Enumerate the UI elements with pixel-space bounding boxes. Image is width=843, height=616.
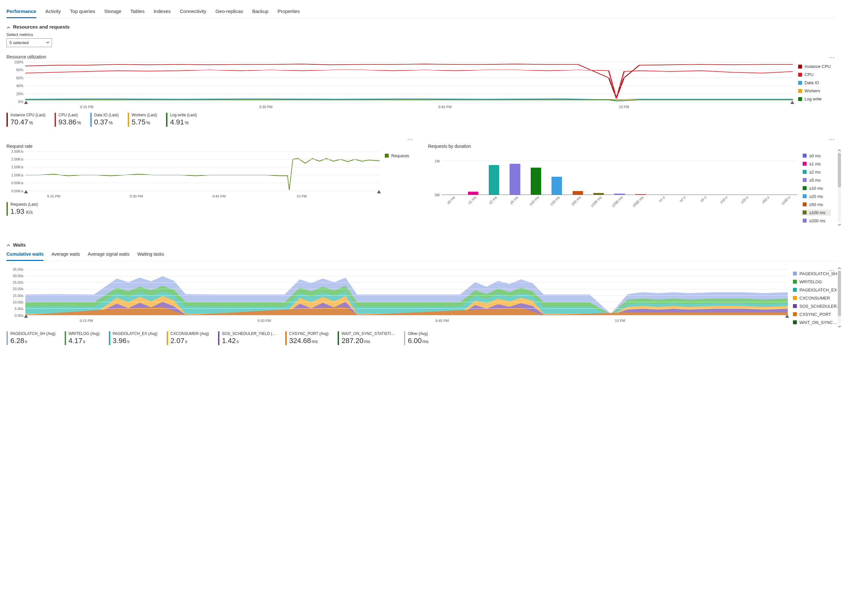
tab-properties[interactable]: Properties <box>278 6 300 18</box>
legend-label: CXSYNC_PORT <box>799 312 831 317</box>
request-rate-legend: Requests <box>380 150 415 198</box>
legend-swatch <box>803 219 806 223</box>
legend-label: Requests <box>391 153 409 158</box>
metric-card-label: Requests (Last) <box>10 202 38 207</box>
legend-item[interactable]: ≥100 ms <box>801 210 831 216</box>
legend-item[interactable]: ≥5 ms <box>801 177 831 183</box>
legend-swatch <box>798 65 802 69</box>
tab-performance[interactable]: Performance <box>6 6 37 18</box>
metrics-selector[interactable]: 5 selected <box>6 38 52 47</box>
metric-color-bar <box>166 113 167 127</box>
legend-item[interactable]: WAIT_ON_SYNC… <box>792 319 831 326</box>
metric-card-unit: s <box>185 339 187 344</box>
legend-item[interactable]: ≥2 ms <box>801 169 831 175</box>
scroll-up-icon[interactable] <box>838 266 841 271</box>
scroll-up-icon[interactable] <box>838 148 841 153</box>
metric-card: PAGEIOLATCH_SH (Avg)6.28s <box>6 331 56 345</box>
legend-swatch <box>798 89 802 93</box>
legend-label: ≥0 ms <box>809 153 821 158</box>
tab-backup[interactable]: Backup <box>252 6 269 18</box>
tab-geo-replicas[interactable]: Geo-replicas <box>216 6 243 18</box>
legend-swatch <box>793 304 797 308</box>
bar[interactable] <box>468 192 478 194</box>
bar[interactable] <box>531 168 541 195</box>
more-menu-button[interactable]: ⋯ <box>406 137 415 142</box>
chevron-up-icon <box>6 25 10 29</box>
more-menu-button[interactable]: ⋯ <box>827 137 837 142</box>
legend-item[interactable]: CXCONSUMER <box>792 295 831 301</box>
bar[interactable] <box>635 194 646 195</box>
requests-by-duration-chart[interactable]: 1M0M ≥0 ms≥1 ms≥2 ms≥5 ms≥10 ms≥20 ms≥50… <box>428 150 797 211</box>
tab-tables[interactable]: Tables <box>130 6 144 18</box>
request-rate-chart[interactable]: 2.50K/s2.00K/s1.50K/s1.00K/s0.50K/s0.00K… <box>6 150 380 198</box>
metric-card: Log write (Last)4.91% <box>166 113 197 127</box>
metric-card-value: 2.07 <box>170 337 185 345</box>
bar[interactable] <box>489 165 499 195</box>
legend-swatch <box>803 178 806 182</box>
legend-scrollbar[interactable] <box>838 271 841 324</box>
legend-item[interactable]: CXSYNC_PORT <box>792 311 831 317</box>
legend-swatch <box>793 320 797 324</box>
metric-card-label: Other (Avg) <box>408 331 429 336</box>
waits-tab-average-signal-waits[interactable]: Average signal waits <box>88 250 129 261</box>
legend-item[interactable]: ≥20 ms <box>801 193 831 199</box>
tab-indexes[interactable]: Indexes <box>154 6 171 18</box>
legend-item[interactable]: CPU <box>797 72 837 78</box>
legend-item[interactable]: Data IO <box>797 79 837 86</box>
waits-tab-average-waits[interactable]: Average waits <box>51 250 80 261</box>
metric-card-label: Log write (Last) <box>170 113 197 117</box>
legend-item[interactable]: ≥1 ms <box>801 161 831 167</box>
legend-item[interactable]: Instance CPU <box>797 63 837 69</box>
more-menu-button[interactable]: ⋯ <box>827 55 837 59</box>
main-tabs: PerformanceActivityTop queriesStorageTab… <box>6 6 837 18</box>
section-toggle-waits[interactable]: Waits <box>6 242 837 248</box>
metric-card-unit: s <box>127 339 129 344</box>
legend-item[interactable]: ≥10 ms <box>801 185 831 191</box>
legend-item[interactable]: SOS_SCHEDULER… <box>792 303 831 309</box>
waits-tab-waiting-tasks[interactable]: Waiting tasks <box>137 250 164 261</box>
metric-card: Instance CPU (Last)70.47% <box>6 113 46 127</box>
bar[interactable] <box>573 191 583 194</box>
legend-label: ≥200 ms <box>809 219 825 223</box>
metric-card-value: 324.68 <box>289 337 311 345</box>
legend-item[interactable]: Log write <box>797 96 837 102</box>
metric-card: CXCONSUMER (Avg)2.07s <box>167 331 209 345</box>
metric-card-label: CXCONSUMER (Avg) <box>170 331 209 336</box>
waits-chart[interactable]: 35.00s30.00s25.00s20.00s15.00s10.00s5.00… <box>6 267 788 323</box>
resource-util-chart[interactable]: 100%80%60%40%20%0% 9:15 PM9:30 PM9 <box>6 60 793 109</box>
section-toggle-resources[interactable]: Resources and requests <box>6 24 837 29</box>
legend-item[interactable]: ≥200 ms <box>801 218 831 224</box>
legend-item[interactable]: WRITELOG <box>792 279 831 285</box>
legend-swatch <box>798 97 802 101</box>
tab-storage[interactable]: Storage <box>104 6 122 18</box>
legend-label: ≥50 ms <box>809 202 823 207</box>
scroll-down-icon[interactable] <box>838 324 841 329</box>
legend-item[interactable]: PAGEIOLATCH_EX <box>792 287 831 293</box>
legend-item[interactable]: ≥0 ms <box>801 153 831 159</box>
scroll-thumb[interactable] <box>838 271 841 316</box>
tab-activity[interactable]: Activity <box>46 6 61 18</box>
bar[interactable] <box>593 193 604 194</box>
metric-card-label: CXSYNC_PORT (Avg) <box>289 331 329 336</box>
metric-card-value: 5.75 <box>132 118 145 126</box>
waits-tab-cumulative-waits[interactable]: Cumulative waits <box>6 250 44 261</box>
legend-item[interactable]: Requests <box>383 153 415 159</box>
bar[interactable] <box>551 177 562 195</box>
legend-item[interactable]: ≥50 ms <box>801 201 831 208</box>
chart-title: Resource utilization <box>6 54 837 59</box>
legend-swatch <box>803 154 806 158</box>
legend-swatch <box>803 186 806 190</box>
tab-connectivity[interactable]: Connectivity <box>180 6 206 18</box>
tab-top-queries[interactable]: Top queries <box>70 6 95 18</box>
scroll-down-icon[interactable] <box>838 223 841 227</box>
bar[interactable] <box>510 164 520 195</box>
legend-scrollbar[interactable] <box>838 153 841 223</box>
metric-color-bar <box>404 331 405 345</box>
legend-item[interactable]: PAGEIOLATCH_SH <box>792 271 831 277</box>
legend-item[interactable]: Workers <box>797 88 837 94</box>
metric-color-bar <box>338 331 339 345</box>
bar[interactable] <box>614 194 625 194</box>
metric-card-value: 1.93 <box>10 207 24 216</box>
legend-label: ≥10 ms <box>809 186 823 191</box>
scroll-thumb[interactable] <box>838 153 841 188</box>
